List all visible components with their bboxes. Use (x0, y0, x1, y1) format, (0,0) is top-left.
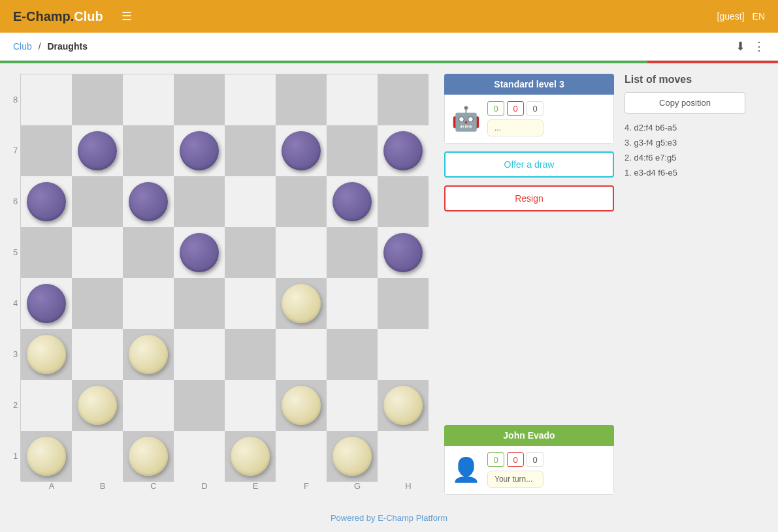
board-cell[interactable] (327, 329, 378, 380)
board-cell[interactable] (72, 125, 123, 176)
info-icon[interactable]: ⋮ (753, 39, 765, 54)
row-label-7: 7 (13, 125, 18, 176)
opponent-scores: 0 0 0 (487, 101, 543, 116)
logo[interactable]: E-Champ.Club (13, 9, 103, 24)
dark-piece (383, 131, 423, 170)
footer-text: Powered by E-Champ Platform (331, 513, 447, 523)
dark-piece (27, 284, 66, 323)
board-cell[interactable] (276, 74, 327, 125)
language-selector[interactable]: EN (753, 11, 765, 22)
board-cell[interactable] (72, 227, 123, 278)
board-cell[interactable] (21, 74, 72, 125)
board-cell[interactable] (123, 74, 174, 125)
dark-piece (180, 233, 219, 272)
board-cell[interactable] (21, 278, 72, 329)
board-cell[interactable] (225, 125, 276, 176)
checkers-board[interactable] (20, 74, 428, 481)
board-area: 8 7 6 5 4 3 2 1 A B C D E F G H (13, 74, 434, 495)
board-cell[interactable] (21, 431, 72, 482)
board-cell[interactable] (225, 176, 276, 227)
board-cell[interactable] (378, 278, 429, 329)
board-cell[interactable] (123, 380, 174, 431)
board-cell[interactable] (72, 431, 123, 482)
board-cell[interactable] (276, 431, 327, 482)
board-cell[interactable] (72, 74, 123, 125)
board-cell[interactable] (225, 380, 276, 431)
board-cell[interactable] (174, 278, 225, 329)
board-cell[interactable] (327, 176, 378, 227)
row-labels: 8 7 6 5 4 3 2 1 (13, 74, 18, 481)
board-cell[interactable] (72, 278, 123, 329)
board-cell[interactable] (123, 227, 174, 278)
board-cell[interactable] (174, 329, 225, 380)
dark-piece (282, 131, 321, 170)
board-cell[interactable] (276, 125, 327, 176)
board-cell[interactable] (378, 380, 429, 431)
board-cell[interactable] (174, 74, 225, 125)
club-link[interactable]: Club (13, 41, 32, 52)
board-cell[interactable] (225, 329, 276, 380)
board-cell[interactable] (327, 431, 378, 482)
board-cell[interactable] (21, 329, 72, 380)
player-scores: 0 0 0 (487, 452, 543, 467)
board-cell[interactable] (123, 329, 174, 380)
player-card: John Evado 👤 0 0 0 Your turn... (444, 425, 614, 495)
board-cell[interactable] (327, 125, 378, 176)
board-cell[interactable] (276, 329, 327, 380)
board-cell[interactable] (72, 329, 123, 380)
board-cell[interactable] (21, 125, 72, 176)
menu-icon[interactable]: ☰ (122, 9, 132, 23)
board-cell[interactable] (174, 227, 225, 278)
resign-button[interactable]: Resign (444, 185, 614, 211)
move-2: 2. d4:f6 e7:g5 (624, 153, 745, 163)
board-cell[interactable] (174, 380, 225, 431)
row-label-1: 1 (13, 430, 18, 481)
board-cell[interactable] (378, 125, 429, 176)
col-label-h: H (383, 481, 434, 491)
row-label-5: 5 (13, 227, 18, 277)
board-cell[interactable] (21, 380, 72, 431)
board-cell[interactable] (174, 176, 225, 227)
board-cell[interactable] (123, 431, 174, 482)
board-cell[interactable] (21, 176, 72, 227)
player-draw: 0 (507, 452, 524, 467)
light-piece (231, 437, 270, 476)
dark-piece (78, 131, 117, 170)
header-left: E-Champ.Club ☰ (13, 9, 132, 24)
progress-bar (0, 61, 778, 63)
board-cell[interactable] (378, 74, 429, 125)
download-icon[interactable]: ⬇ (736, 39, 745, 54)
board-cell[interactable] (123, 176, 174, 227)
board-cell[interactable] (327, 227, 378, 278)
board-cell[interactable] (174, 431, 225, 482)
board-cell[interactable] (276, 380, 327, 431)
opponent-speech: ... (487, 119, 543, 136)
board-cell[interactable] (276, 227, 327, 278)
offer-draw-button[interactable]: Offer a draw (444, 151, 614, 178)
light-piece (129, 437, 168, 476)
board-cell[interactable] (276, 176, 327, 227)
col-label-e: E (230, 481, 281, 491)
board-cell[interactable] (225, 227, 276, 278)
board-cell[interactable] (378, 227, 429, 278)
board-cell[interactable] (72, 176, 123, 227)
board-cell[interactable] (327, 74, 378, 125)
board-cell[interactable] (225, 431, 276, 482)
board-cell[interactable] (225, 74, 276, 125)
main-layout: 8 7 6 5 4 3 2 1 A B C D E F G H (0, 63, 778, 505)
board-cell[interactable] (327, 278, 378, 329)
board-cell[interactable] (123, 278, 174, 329)
board-cell[interactable] (72, 380, 123, 431)
copy-position-button[interactable]: Copy position (624, 92, 745, 114)
board-cell[interactable] (123, 125, 174, 176)
board-cell[interactable] (327, 380, 378, 431)
board-cell[interactable] (174, 125, 225, 176)
board-cell[interactable] (225, 278, 276, 329)
board-cell[interactable] (378, 431, 429, 482)
board-cell[interactable] (378, 329, 429, 380)
board-with-labels: 8 7 6 5 4 3 2 1 (13, 74, 428, 481)
board-cell[interactable] (378, 176, 429, 227)
col-label-d: D (179, 481, 230, 491)
board-cell[interactable] (21, 227, 72, 278)
board-cell[interactable] (276, 278, 327, 329)
